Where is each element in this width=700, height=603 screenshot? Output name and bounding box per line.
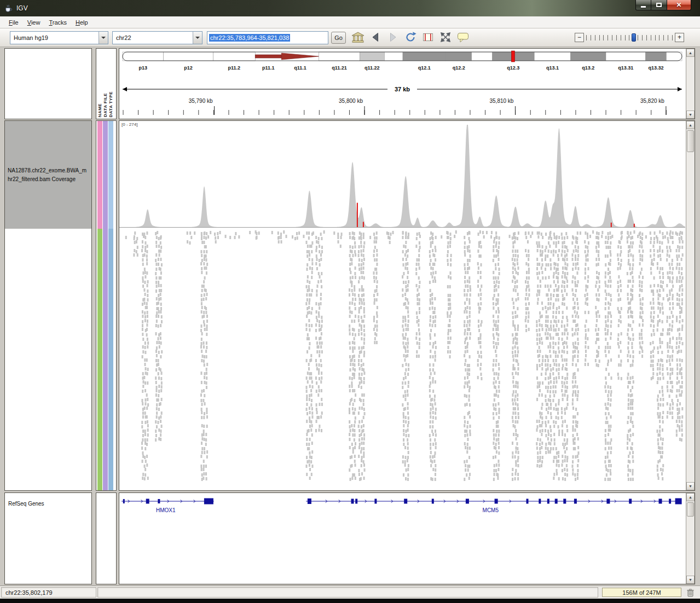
fit-to-window-button[interactable] [438,31,453,44]
status-spacer [97,587,598,598]
data-scrollbar[interactable]: ▲ ▼ [686,121,695,490]
header-row: NAMEDATA FILEDATA TYPE p13p12p11.2p11.1q… [4,48,695,119]
zoom-tick [608,35,608,40]
zoom-tick [595,35,595,40]
window-controls: ✕ [635,0,691,10]
igv-window: IGV ✕ FileViewTracksHelp Human hg19 chr2… [0,0,700,603]
genome-select-value: Human hg19 [10,34,99,41]
zoom-tick [612,35,612,40]
svg-text:q11.22: q11.22 [365,65,380,71]
zoom-tick [646,35,647,40]
locus-input-value: chr22:35,783,964-35,821,038 [209,34,290,42]
maximize-icon [656,3,662,7]
coverage-track[interactable]: [0 - 274] [119,121,686,229]
forward-button[interactable] [386,31,400,44]
chevron-down-icon[interactable] [193,32,202,44]
track-name-panel: NA12878.chr22_exome.BWA_m hr22_filtered.… [4,120,92,491]
status-locus: chr22:35,802,179 [1,587,96,598]
svg-text:35,790 kb: 35,790 kb [189,98,213,104]
minimize-button[interactable] [635,0,651,10]
chromosome-select-value: chr22 [113,34,193,41]
zoom-tick [603,35,604,40]
home-icon [351,31,365,45]
gene-track[interactable]: HMOX1MCM5 [119,494,685,519]
window-frame-bottom [0,599,700,603]
zoom-tick [625,35,626,40]
zoom-tick [599,35,600,40]
svg-text:p12: p12 [184,65,193,71]
scroll-up-button[interactable]: ▲ [686,121,695,129]
svg-text:q13.32: q13.32 [648,65,663,71]
svg-text:q13.31: q13.31 [618,65,633,71]
svg-text:MCM5: MCM5 [483,507,499,513]
scroll-down-button[interactable]: ▼ [686,482,695,490]
menu-bar: FileViewTracksHelp [0,16,700,28]
header-data-panel: p13p12p11.2p11.1q11.1q11.21q11.22q12.1q1… [119,48,695,119]
menu-help[interactable]: Help [71,18,92,27]
svg-text:37 kb: 37 kb [395,86,410,92]
scroll-up-button[interactable]: ▲ [686,493,695,501]
zoom-slider-thumb[interactable] [632,33,636,42]
trash-icon[interactable] [685,588,696,598]
scroll-up-button[interactable]: ▲ [686,49,695,57]
zoom-tick [672,35,673,40]
locus-input[interactable]: chr22:35,783,964-35,821,038 [207,31,328,44]
track-name-line1: NA12878.chr22_exome.BWA_m [8,166,91,175]
back-button[interactable] [368,31,383,44]
svg-text:q13.1: q13.1 [546,65,559,71]
zoom-tick [638,35,638,40]
ideogram-and-ruler[interactable]: p13p12p11.2p11.1q11.1q11.21q11.22q12.1q1… [119,49,685,118]
fit-to-window-icon [439,31,452,45]
gene-track-name[interactable]: RefSeq Genes [8,501,44,507]
zoom-out-button[interactable]: − [575,33,584,42]
attribute-panel [96,120,117,491]
coverage-histogram [119,121,685,229]
genome-select[interactable]: Human hg19 [10,31,108,44]
go-button[interactable]: Go [331,32,346,44]
close-button[interactable]: ✕ [667,0,691,10]
main-area: NAMEDATA FILEDATA TYPE p13p12p11.2p11.1q… [0,47,700,585]
chromosome-select[interactable]: chr22 [112,31,203,44]
alignment-track[interactable] [119,229,685,486]
header-scrollbar[interactable]: ▲ ▼ [686,49,695,119]
home-button[interactable] [351,31,365,44]
attribute-stripe [97,121,102,229]
scroll-thumb[interactable] [687,130,694,152]
chevron-down-icon[interactable] [99,32,108,44]
data-row: NA12878.chr22_exome.BWA_m hr22_filtered.… [4,120,695,491]
svg-text:q12.1: q12.1 [418,65,431,71]
memory-indicator: 156M of 247M [602,588,681,597]
define-region-icon [422,31,434,45]
zoom-tick [621,35,621,40]
zoom-control: − + [575,33,684,42]
feature-row: RefSeq Genes HMOX1MCM5 ▲ ▼ [4,492,695,584]
forward-icon [387,31,399,45]
tooltip-options-button[interactable] [456,31,470,44]
coverage-track-name[interactable]: NA12878.chr22_exome.BWA_m hr22_filtered.… [5,121,91,229]
maximize-button[interactable] [651,0,667,10]
zoom-slider[interactable] [586,33,673,42]
minimize-icon [641,6,646,8]
feature-scrollbar[interactable]: ▲ ▼ [686,493,695,584]
track-name-line2: hr22_filtered.bam Coverage [8,175,91,184]
attribute-stripe [103,121,108,229]
refresh-button[interactable] [403,31,418,44]
toolbar-icons [351,31,470,44]
header-name-panel [4,48,92,119]
zoom-tick [659,35,659,40]
svg-text:q13.2: q13.2 [582,65,594,71]
svg-text:q12.3: q12.3 [507,65,519,71]
scroll-down-button[interactable]: ▼ [686,111,695,119]
menu-tracks[interactable]: Tracks [44,18,71,27]
attribute-header-panel: NAMEDATA FILEDATA TYPE [96,48,117,119]
gene-data-panel: HMOX1MCM5 ▲ ▼ [119,492,695,584]
define-region-button[interactable] [421,31,435,44]
zoom-tick [586,35,587,40]
menu-file[interactable]: File [4,18,23,27]
zoom-in-button[interactable]: + [675,33,684,42]
app-icon [4,4,13,13]
status-bar: chr22:35,802,179 156M of 247M [0,585,700,599]
scroll-down-button[interactable]: ▼ [686,576,695,584]
menu-view[interactable]: View [23,18,45,27]
scroll-thumb[interactable] [687,502,694,517]
